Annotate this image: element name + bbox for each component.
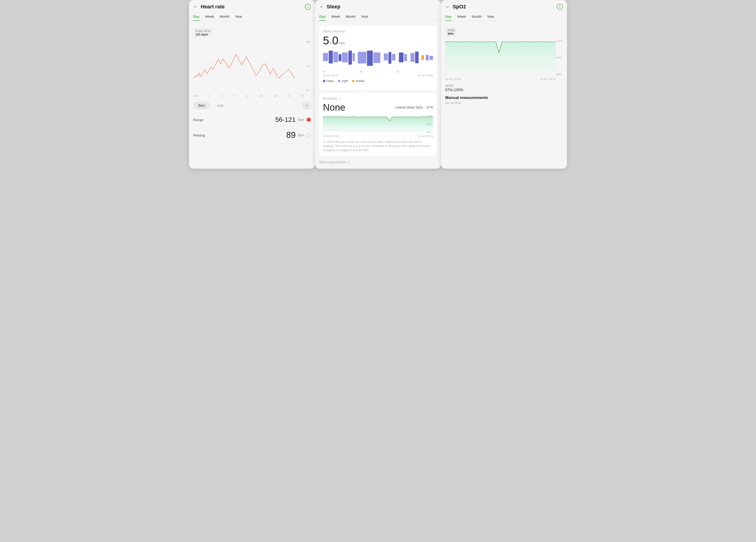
time-marker-08: 08 [396,70,399,73]
x-label-9: 9 [234,94,235,97]
sleep-tabs: Day Week Month Year [315,12,441,21]
spo2-back-button[interactable]: ← [445,4,450,10]
spo2-info-icon[interactable]: i [557,4,563,10]
spo2-tooltip-pct: 99% [448,32,455,35]
line-toggle[interactable]: Line [212,102,228,109]
awake-dot [352,80,354,82]
spo2-stat-label: SpO2 [445,84,563,87]
spo2-tooltip: 03:58 99% [445,28,457,37]
heart-rate-header: ← Heart rate i [189,0,315,12]
spo2-header: ← SpO2 i [441,0,567,12]
svg-rect-23 [389,52,391,64]
svg-rect-19 [358,52,366,63]
time-marker-06: 06 [360,70,362,73]
range-label: Range [193,118,203,122]
tooltip-value: 121 bpm [196,33,211,36]
svg-rect-12 [323,53,328,61]
expand-button[interactable]: ⤢ [303,101,311,109]
x-label-3: 3 [209,94,210,97]
deep-dot [323,80,325,82]
resting-value: 89 [286,130,296,140]
sleep-overview-label: Sleep overview [323,29,433,33]
svg-rect-15 [339,54,341,61]
toggle-row: Bars Line ⤢ [193,101,311,109]
assessment-info-icon[interactable]: i [347,160,351,164]
tab-day-spo2[interactable]: Day [445,13,452,21]
spo2-tooltip-time: 03:58 [448,29,455,32]
light-label: Light [341,79,348,83]
breathing-header: Breathing i [323,97,433,100]
breathing-time-labels: 10 Jun, 03:58 10 Jun, 08:16 [323,135,433,137]
sleep-time-labels: 04 06 08 [323,70,433,73]
spo2-start-time: 10 Jun, 03:58 [445,78,461,80]
spo2-stats: SpO2 97%-100% Manual measurements No rec… [445,84,563,105]
svg-rect-16 [342,52,348,62]
tab-year-hr[interactable]: Year [235,13,242,21]
x-label-0: 9,00 [193,94,198,97]
heart-rate-back-button[interactable]: ← [193,4,198,10]
tab-week-sleep[interactable]: Week [331,13,340,21]
range-unit: bpm [298,118,304,122]
spo2-y-labels: 100% 90% 80% [556,39,563,76]
sleep-h-label: h [330,41,332,45]
range-dot [307,118,311,122]
resting-dot [307,133,311,137]
breathing-start-time: 10 Jun, 03:58 [323,135,339,137]
sleep-hours: 5 [323,34,329,47]
svg-rect-20 [367,51,373,66]
tab-year-sleep[interactable]: Year [361,13,368,21]
sleep-date-labels: 10 Jun, 03:37 10 Jun, 08:36 [323,74,433,77]
resting-unit: bpm [298,133,304,137]
lowest-spo2: Lowest sleep SpO₂：97% [395,105,433,110]
spo2-tabs: Day Week Month Year [441,12,567,21]
heart-rate-tabs: Day Week Month Year [189,12,315,21]
tab-month-hr[interactable]: Month [220,13,230,21]
resting-label: Resting [193,133,205,137]
svg-rect-24 [392,54,395,60]
heart-rate-svg [193,40,304,92]
legend-deep: Deep [323,79,334,83]
tab-week-hr[interactable]: Week [205,13,214,21]
svg-rect-31 [430,56,433,60]
y-label-60: 60 [306,89,310,92]
breathing-end-time: 10 Jun, 08:16 [417,135,433,137]
tab-day-hr[interactable]: Day [193,13,200,21]
tab-month-sleep[interactable]: Month [346,13,356,21]
breathing-y-90: 90% [427,123,433,126]
sleep-back-button[interactable]: ← [319,4,324,10]
spo2-time-labels: 10 Jun, 03:58 10 Jun, 08:15 [445,78,563,80]
breathing-info-icon[interactable]: i [338,97,342,100]
x-label-18: 18 [273,94,276,97]
svg-rect-27 [410,53,414,62]
light-dot [338,80,340,82]
tab-week-spo2[interactable]: Week [457,13,466,21]
awake-label: Awake [356,79,365,83]
svg-rect-17 [348,51,352,65]
svg-rect-18 [353,53,355,61]
svg-rect-13 [329,51,333,63]
tab-month-spo2[interactable]: Month [472,13,482,21]
sleep-title: Sleep [327,4,340,10]
x-label-21: 21 [287,94,290,97]
sleep-screen: ← Sleep Day Week Month Year Sleep overvi… [315,0,441,169]
breathing-note: *It seems that you moved too much in you… [323,140,433,152]
tab-year-spo2[interactable]: Year [487,13,494,21]
heart-rate-screen: ← Heart rate i Day Week Month Year 9 Jun… [189,0,315,169]
svg-rect-14 [333,52,338,62]
heart-rate-info-icon[interactable]: i [305,4,311,10]
sleep-legend: Deep Light Awake [323,79,433,83]
x-label-6: 6 [221,94,223,97]
spo2-y-80: 80% [556,73,563,76]
spo2-y-100: 100% [556,39,563,42]
bars-toggle[interactable]: Bars [193,102,210,109]
sleep-min-label: min [339,41,345,45]
tooltip-date: 9 Jun, 03:11 [196,29,211,33]
manual-measurements-title: Manual measurements [445,95,563,100]
y-label-180: 180 [306,40,310,43]
tab-day-sleep[interactable]: Day [319,13,326,21]
svg-rect-26 [404,54,407,61]
sleep-assessment-header: Sleep assessment i [319,160,437,164]
resting-stat-row: Resting 89 bpm [193,127,311,143]
breathing-y-80: 80% [427,131,433,134]
sleep-start-time: 10 Jun, 03:37 [323,74,339,77]
